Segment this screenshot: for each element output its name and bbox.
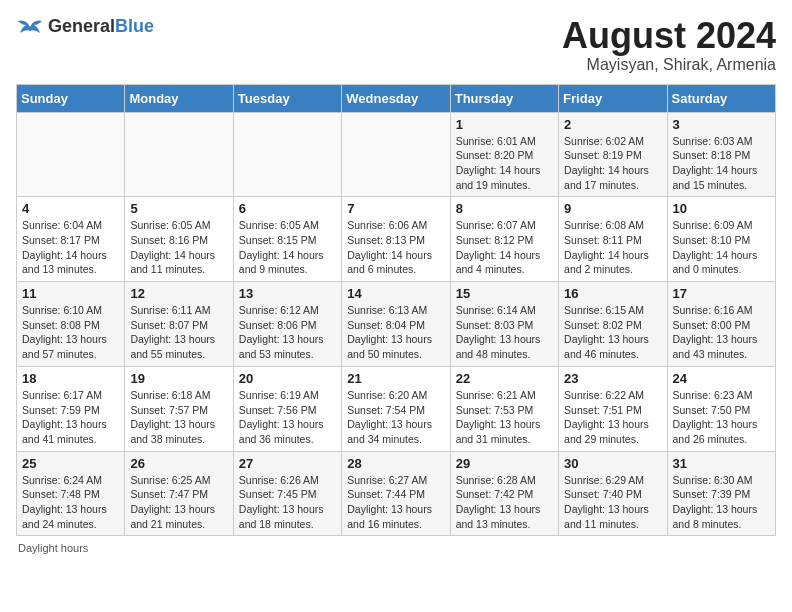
calendar-day-cell: 19Sunrise: 6:18 AM Sunset: 7:57 PM Dayli… xyxy=(125,366,233,451)
day-info: Sunrise: 6:13 AM Sunset: 8:04 PM Dayligh… xyxy=(347,304,432,360)
day-info: Sunrise: 6:22 AM Sunset: 7:51 PM Dayligh… xyxy=(564,389,649,445)
calendar-day-cell: 22Sunrise: 6:21 AM Sunset: 7:53 PM Dayli… xyxy=(450,366,558,451)
calendar-header-cell: Tuesday xyxy=(233,84,341,112)
day-info: Sunrise: 6:20 AM Sunset: 7:54 PM Dayligh… xyxy=(347,389,432,445)
day-number: 20 xyxy=(239,371,336,386)
day-info: Sunrise: 6:24 AM Sunset: 7:48 PM Dayligh… xyxy=(22,474,107,530)
calendar-header-cell: Friday xyxy=(559,84,667,112)
day-info: Sunrise: 6:05 AM Sunset: 8:15 PM Dayligh… xyxy=(239,219,324,275)
calendar-day-cell: 26Sunrise: 6:25 AM Sunset: 7:47 PM Dayli… xyxy=(125,451,233,536)
calendar-day-cell: 31Sunrise: 6:30 AM Sunset: 7:39 PM Dayli… xyxy=(667,451,775,536)
day-info: Sunrise: 6:14 AM Sunset: 8:03 PM Dayligh… xyxy=(456,304,541,360)
header: GeneralBlue August 2024 Mayisyan, Shirak… xyxy=(16,16,776,74)
calendar-header-cell: Monday xyxy=(125,84,233,112)
day-number: 26 xyxy=(130,456,227,471)
day-info: Sunrise: 6:15 AM Sunset: 8:02 PM Dayligh… xyxy=(564,304,649,360)
day-number: 5 xyxy=(130,201,227,216)
calendar-day-cell: 6Sunrise: 6:05 AM Sunset: 8:15 PM Daylig… xyxy=(233,197,341,282)
day-info: Sunrise: 6:05 AM Sunset: 8:16 PM Dayligh… xyxy=(130,219,215,275)
day-info: Sunrise: 6:21 AM Sunset: 7:53 PM Dayligh… xyxy=(456,389,541,445)
day-info: Sunrise: 6:07 AM Sunset: 8:12 PM Dayligh… xyxy=(456,219,541,275)
day-number: 31 xyxy=(673,456,770,471)
day-number: 21 xyxy=(347,371,444,386)
calendar-day-cell: 30Sunrise: 6:29 AM Sunset: 7:40 PM Dayli… xyxy=(559,451,667,536)
day-number: 7 xyxy=(347,201,444,216)
logo-general-text: General xyxy=(48,16,115,36)
day-info: Sunrise: 6:03 AM Sunset: 8:18 PM Dayligh… xyxy=(673,135,758,191)
day-info: Sunrise: 6:19 AM Sunset: 7:56 PM Dayligh… xyxy=(239,389,324,445)
day-number: 24 xyxy=(673,371,770,386)
day-info: Sunrise: 6:25 AM Sunset: 7:47 PM Dayligh… xyxy=(130,474,215,530)
day-info: Sunrise: 6:16 AM Sunset: 8:00 PM Dayligh… xyxy=(673,304,758,360)
day-info: Sunrise: 6:01 AM Sunset: 8:20 PM Dayligh… xyxy=(456,135,541,191)
calendar-day-cell: 2Sunrise: 6:02 AM Sunset: 8:19 PM Daylig… xyxy=(559,112,667,197)
title-area: August 2024 Mayisyan, Shirak, Armenia xyxy=(562,16,776,74)
calendar-day-cell xyxy=(342,112,450,197)
footer-note: Daylight hours xyxy=(16,542,776,554)
day-info: Sunrise: 6:02 AM Sunset: 8:19 PM Dayligh… xyxy=(564,135,649,191)
day-number: 16 xyxy=(564,286,661,301)
calendar-day-cell xyxy=(17,112,125,197)
calendar-day-cell: 5Sunrise: 6:05 AM Sunset: 8:16 PM Daylig… xyxy=(125,197,233,282)
calendar-day-cell: 10Sunrise: 6:09 AM Sunset: 8:10 PM Dayli… xyxy=(667,197,775,282)
day-number: 11 xyxy=(22,286,119,301)
day-number: 6 xyxy=(239,201,336,216)
day-number: 13 xyxy=(239,286,336,301)
calendar-header-cell: Saturday xyxy=(667,84,775,112)
calendar-day-cell: 16Sunrise: 6:15 AM Sunset: 8:02 PM Dayli… xyxy=(559,282,667,367)
location-title: Mayisyan, Shirak, Armenia xyxy=(562,56,776,74)
day-info: Sunrise: 6:11 AM Sunset: 8:07 PM Dayligh… xyxy=(130,304,215,360)
day-info: Sunrise: 6:30 AM Sunset: 7:39 PM Dayligh… xyxy=(673,474,758,530)
calendar-day-cell: 3Sunrise: 6:03 AM Sunset: 8:18 PM Daylig… xyxy=(667,112,775,197)
day-info: Sunrise: 6:09 AM Sunset: 8:10 PM Dayligh… xyxy=(673,219,758,275)
day-number: 18 xyxy=(22,371,119,386)
calendar-week-row: 25Sunrise: 6:24 AM Sunset: 7:48 PM Dayli… xyxy=(17,451,776,536)
calendar-day-cell: 15Sunrise: 6:14 AM Sunset: 8:03 PM Dayli… xyxy=(450,282,558,367)
calendar-week-row: 11Sunrise: 6:10 AM Sunset: 8:08 PM Dayli… xyxy=(17,282,776,367)
day-info: Sunrise: 6:10 AM Sunset: 8:08 PM Dayligh… xyxy=(22,304,107,360)
calendar-day-cell: 20Sunrise: 6:19 AM Sunset: 7:56 PM Dayli… xyxy=(233,366,341,451)
calendar-day-cell: 8Sunrise: 6:07 AM Sunset: 8:12 PM Daylig… xyxy=(450,197,558,282)
calendar-week-row: 1Sunrise: 6:01 AM Sunset: 8:20 PM Daylig… xyxy=(17,112,776,197)
day-info: Sunrise: 6:28 AM Sunset: 7:42 PM Dayligh… xyxy=(456,474,541,530)
day-number: 28 xyxy=(347,456,444,471)
day-info: Sunrise: 6:27 AM Sunset: 7:44 PM Dayligh… xyxy=(347,474,432,530)
calendar-day-cell: 9Sunrise: 6:08 AM Sunset: 8:11 PM Daylig… xyxy=(559,197,667,282)
calendar-day-cell: 25Sunrise: 6:24 AM Sunset: 7:48 PM Dayli… xyxy=(17,451,125,536)
day-info: Sunrise: 6:29 AM Sunset: 7:40 PM Dayligh… xyxy=(564,474,649,530)
day-info: Sunrise: 6:23 AM Sunset: 7:50 PM Dayligh… xyxy=(673,389,758,445)
calendar-day-cell: 1Sunrise: 6:01 AM Sunset: 8:20 PM Daylig… xyxy=(450,112,558,197)
day-number: 3 xyxy=(673,117,770,132)
calendar-week-row: 18Sunrise: 6:17 AM Sunset: 7:59 PM Dayli… xyxy=(17,366,776,451)
day-number: 30 xyxy=(564,456,661,471)
day-info: Sunrise: 6:12 AM Sunset: 8:06 PM Dayligh… xyxy=(239,304,324,360)
day-info: Sunrise: 6:08 AM Sunset: 8:11 PM Dayligh… xyxy=(564,219,649,275)
day-number: 15 xyxy=(456,286,553,301)
calendar-day-cell: 28Sunrise: 6:27 AM Sunset: 7:44 PM Dayli… xyxy=(342,451,450,536)
calendar-day-cell: 4Sunrise: 6:04 AM Sunset: 8:17 PM Daylig… xyxy=(17,197,125,282)
month-title: August 2024 xyxy=(562,16,776,56)
day-number: 4 xyxy=(22,201,119,216)
day-number: 25 xyxy=(22,456,119,471)
calendar-day-cell: 18Sunrise: 6:17 AM Sunset: 7:59 PM Dayli… xyxy=(17,366,125,451)
calendar-day-cell: 11Sunrise: 6:10 AM Sunset: 8:08 PM Dayli… xyxy=(17,282,125,367)
day-number: 10 xyxy=(673,201,770,216)
calendar-day-cell: 29Sunrise: 6:28 AM Sunset: 7:42 PM Dayli… xyxy=(450,451,558,536)
calendar-day-cell: 24Sunrise: 6:23 AM Sunset: 7:50 PM Dayli… xyxy=(667,366,775,451)
day-info: Sunrise: 6:18 AM Sunset: 7:57 PM Dayligh… xyxy=(130,389,215,445)
logo: GeneralBlue xyxy=(16,16,154,37)
day-number: 17 xyxy=(673,286,770,301)
calendar-day-cell xyxy=(233,112,341,197)
day-number: 22 xyxy=(456,371,553,386)
calendar-day-cell: 14Sunrise: 6:13 AM Sunset: 8:04 PM Dayli… xyxy=(342,282,450,367)
day-number: 12 xyxy=(130,286,227,301)
calendar-day-cell: 21Sunrise: 6:20 AM Sunset: 7:54 PM Dayli… xyxy=(342,366,450,451)
day-info: Sunrise: 6:26 AM Sunset: 7:45 PM Dayligh… xyxy=(239,474,324,530)
day-info: Sunrise: 6:04 AM Sunset: 8:17 PM Dayligh… xyxy=(22,219,107,275)
calendar-body: 1Sunrise: 6:01 AM Sunset: 8:20 PM Daylig… xyxy=(17,112,776,536)
day-number: 9 xyxy=(564,201,661,216)
day-number: 23 xyxy=(564,371,661,386)
day-info: Sunrise: 6:06 AM Sunset: 8:13 PM Dayligh… xyxy=(347,219,432,275)
day-number: 29 xyxy=(456,456,553,471)
calendar-table: SundayMondayTuesdayWednesdayThursdayFrid… xyxy=(16,84,776,537)
